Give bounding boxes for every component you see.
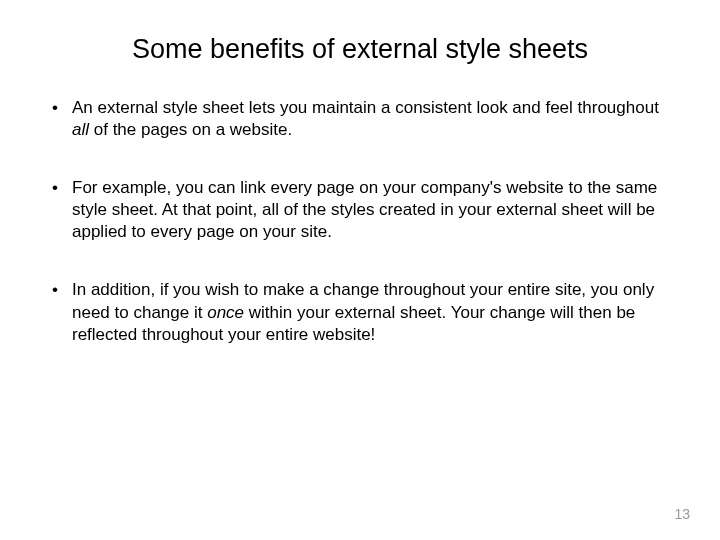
bullet-text: For example, you can link every page on …: [72, 177, 670, 243]
bullet-icon: •: [50, 97, 72, 141]
italic-text: all: [72, 120, 89, 139]
bullet-list: • An external style sheet lets you maint…: [50, 97, 670, 346]
bullet-icon: •: [50, 279, 72, 345]
text-segment: For example, you can link every page on …: [72, 178, 657, 241]
page-number: 13: [674, 506, 690, 522]
list-item: • An external style sheet lets you maint…: [50, 97, 670, 141]
slide-title: Some benefits of external style sheets: [50, 34, 670, 65]
text-segment: An external style sheet lets you maintai…: [72, 98, 659, 117]
text-segment: of the pages on a website.: [89, 120, 292, 139]
italic-text: once: [207, 303, 244, 322]
list-item: • In addition, if you wish to make a cha…: [50, 279, 670, 345]
bullet-icon: •: [50, 177, 72, 243]
bullet-text: An external style sheet lets you maintai…: [72, 97, 670, 141]
list-item: • For example, you can link every page o…: [50, 177, 670, 243]
bullet-text: In addition, if you wish to make a chang…: [72, 279, 670, 345]
